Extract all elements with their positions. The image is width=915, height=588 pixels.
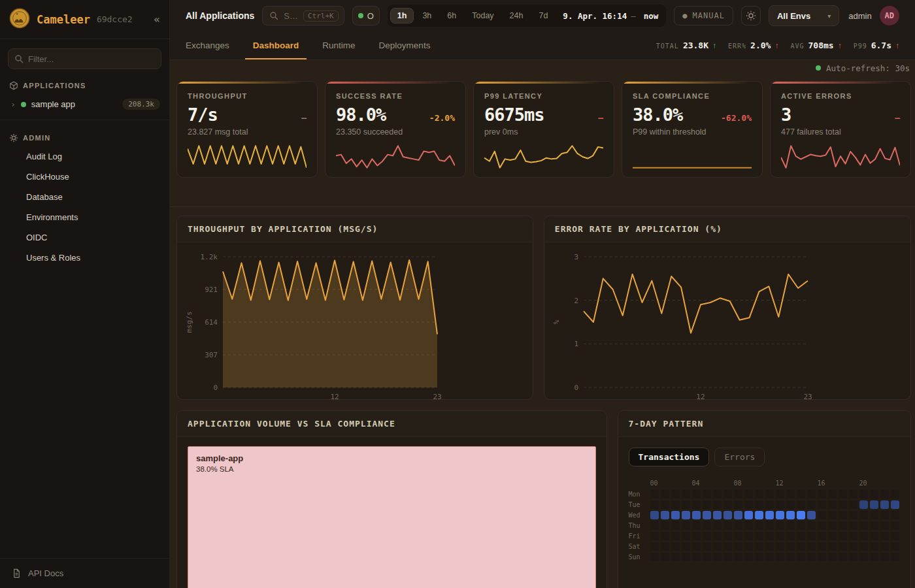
heatmap-cell[interactable] bbox=[744, 500, 753, 509]
heatmap-cell[interactable] bbox=[765, 521, 774, 530]
heatmap-cell[interactable] bbox=[891, 521, 899, 530]
heatmap-cell[interactable] bbox=[724, 500, 732, 509]
heatmap-cell[interactable] bbox=[880, 553, 889, 561]
sidebar-collapse-icon[interactable]: « bbox=[154, 13, 160, 25]
heatmap-cell[interactable] bbox=[744, 490, 753, 498]
api-docs-link[interactable]: API Docs bbox=[0, 558, 169, 588]
heatmap-cell[interactable] bbox=[859, 511, 868, 519]
heatmap-cell[interactable] bbox=[839, 521, 847, 530]
heatmap-cell[interactable] bbox=[671, 521, 680, 530]
heatmap-cell[interactable] bbox=[891, 532, 899, 540]
heatmap-cell[interactable] bbox=[661, 500, 669, 509]
heatmap-cell[interactable] bbox=[818, 521, 826, 530]
heatmap-cell[interactable] bbox=[650, 553, 659, 561]
heatmap-cell[interactable] bbox=[849, 521, 857, 530]
heatmap-cell[interactable] bbox=[682, 511, 690, 519]
heatmap-cell[interactable] bbox=[724, 511, 732, 519]
range-3h[interactable]: 3h bbox=[415, 8, 439, 24]
heatmap-cell[interactable] bbox=[682, 542, 690, 551]
heatmap-cell[interactable] bbox=[744, 532, 753, 540]
heatmap-cell[interactable] bbox=[703, 490, 711, 498]
heatmap-cell[interactable] bbox=[650, 542, 659, 551]
tab-exchanges[interactable]: Exchanges bbox=[186, 31, 229, 59]
heatmap-cell[interactable] bbox=[724, 521, 732, 530]
heatmap-cell[interactable] bbox=[828, 553, 837, 561]
heatmap-cell[interactable] bbox=[703, 511, 711, 519]
heatmap-cell[interactable] bbox=[713, 490, 722, 498]
range-24h[interactable]: 24h bbox=[503, 8, 531, 24]
heatmap-cell[interactable] bbox=[849, 511, 857, 519]
heatmap-cell[interactable] bbox=[776, 542, 784, 551]
tab-dashboard[interactable]: Dashboard bbox=[253, 31, 299, 59]
connection-status-pill[interactable]: O bbox=[352, 6, 380, 25]
heatmap-cell[interactable] bbox=[671, 532, 680, 540]
heatmap-cell[interactable] bbox=[828, 542, 837, 551]
heatmap-cell[interactable] bbox=[839, 490, 847, 498]
tab-runtime[interactable]: Runtime bbox=[322, 31, 355, 59]
heatmap-cell[interactable] bbox=[682, 521, 690, 530]
sidebar-item-audit-log[interactable]: Audit Log bbox=[0, 146, 169, 167]
heatmap-cell[interactable] bbox=[755, 511, 763, 519]
heatmap-cell[interactable] bbox=[724, 532, 732, 540]
heatmap-cell[interactable] bbox=[807, 532, 816, 540]
heatmap-cell[interactable] bbox=[765, 511, 774, 519]
heatmap-cell[interactable] bbox=[839, 500, 847, 509]
heatmap-cell[interactable] bbox=[870, 553, 878, 561]
manual-refresh-button[interactable]: ● MANUAL bbox=[674, 6, 733, 25]
treemap-node-sample-app[interactable]: sample-app 38.0% SLA bbox=[188, 446, 596, 588]
toggle-errors[interactable]: Errors bbox=[714, 448, 765, 466]
heatmap-cell[interactable] bbox=[765, 553, 774, 561]
heatmap-cell[interactable] bbox=[828, 521, 837, 530]
heatmap-cell[interactable] bbox=[859, 553, 868, 561]
sidebar-item-users-roles[interactable]: Users & Roles bbox=[0, 248, 169, 268]
env-select[interactable]: All Envs ▾ bbox=[769, 5, 839, 26]
heatmap-cell[interactable] bbox=[734, 542, 742, 551]
heatmap-cell[interactable] bbox=[870, 490, 878, 498]
heatmap-cell[interactable] bbox=[765, 500, 774, 509]
heatmap-cell[interactable] bbox=[786, 490, 795, 498]
heatmap-cell[interactable] bbox=[891, 490, 899, 498]
heatmap-cell[interactable] bbox=[650, 490, 659, 498]
heatmap-cell[interactable] bbox=[671, 511, 680, 519]
heatmap-cell[interactable] bbox=[713, 500, 722, 509]
heatmap-cell[interactable] bbox=[661, 542, 669, 551]
heatmap-cell[interactable] bbox=[786, 542, 795, 551]
heatmap-cell[interactable] bbox=[807, 553, 816, 561]
heatmap-cell[interactable] bbox=[807, 490, 816, 498]
heatmap-cell[interactable] bbox=[671, 542, 680, 551]
heatmap-cell[interactable] bbox=[849, 532, 857, 540]
heatmap-cell[interactable] bbox=[661, 553, 669, 561]
heatmap-cell[interactable] bbox=[755, 532, 763, 540]
heatmap-cell[interactable] bbox=[839, 553, 847, 561]
heatmap-cell[interactable] bbox=[859, 542, 868, 551]
heatmap-cell[interactable] bbox=[713, 521, 722, 530]
heatmap-cell[interactable] bbox=[682, 500, 690, 509]
heatmap-cell[interactable] bbox=[650, 500, 659, 509]
range-1h[interactable]: 1h bbox=[390, 8, 414, 24]
heatmap-cell[interactable] bbox=[818, 553, 826, 561]
heatmap-cell[interactable] bbox=[880, 532, 889, 540]
heatmap-cell[interactable] bbox=[828, 511, 837, 519]
heatmap-cell[interactable] bbox=[859, 500, 868, 509]
heatmap-cell[interactable] bbox=[859, 521, 868, 530]
heatmap-cell[interactable] bbox=[692, 490, 701, 498]
heatmap-cell[interactable] bbox=[682, 490, 690, 498]
heatmap-cell[interactable] bbox=[818, 490, 826, 498]
heatmap-cell[interactable] bbox=[891, 500, 899, 509]
heatmap-cell[interactable] bbox=[797, 500, 805, 509]
heatmap-cell[interactable] bbox=[880, 511, 889, 519]
heatmap-cell[interactable] bbox=[807, 542, 816, 551]
heatmap-cell[interactable] bbox=[682, 532, 690, 540]
heatmap-cell[interactable] bbox=[776, 532, 784, 540]
heatmap-cell[interactable] bbox=[692, 511, 701, 519]
heatmap-cell[interactable] bbox=[755, 553, 763, 561]
tab-deployments[interactable]: Deployments bbox=[379, 31, 431, 59]
heatmap-cell[interactable] bbox=[891, 553, 899, 561]
heatmap-cell[interactable] bbox=[870, 500, 878, 509]
heatmap-cell[interactable] bbox=[755, 542, 763, 551]
heatmap-cell[interactable] bbox=[755, 521, 763, 530]
heatmap-cell[interactable] bbox=[765, 490, 774, 498]
heatmap-cell[interactable] bbox=[891, 511, 899, 519]
range-today[interactable]: Today bbox=[465, 8, 501, 24]
heatmap-cell[interactable] bbox=[776, 500, 784, 509]
